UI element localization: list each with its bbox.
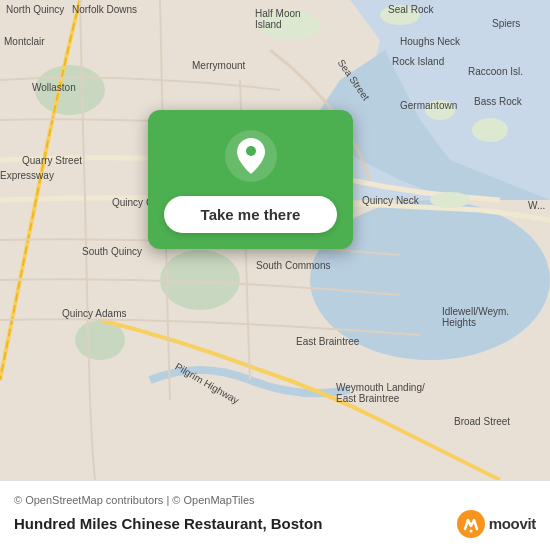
- bottom-bar: © OpenStreetMap contributors | © OpenMap…: [0, 480, 550, 550]
- location-pin-icon: [225, 130, 277, 182]
- popup-card: Take me there: [148, 110, 353, 249]
- moovit-logo: moovit: [457, 510, 536, 538]
- svg-point-7: [35, 65, 105, 115]
- moovit-icon: [457, 510, 485, 538]
- restaurant-name: Hundred Miles Chinese Restaurant: [14, 515, 262, 532]
- svg-point-10: [260, 10, 320, 40]
- city-name: Boston: [271, 515, 323, 532]
- svg-point-16: [246, 146, 256, 156]
- svg-point-13: [472, 118, 508, 142]
- take-me-there-button[interactable]: Take me there: [164, 196, 337, 233]
- moovit-label: moovit: [489, 515, 536, 532]
- svg-point-18: [469, 529, 472, 532]
- map-container: North Quincy Norfolk Downs Half MoonIsla…: [0, 0, 550, 480]
- map-attribution: © OpenStreetMap contributors | © OpenMap…: [14, 494, 536, 506]
- svg-point-14: [430, 192, 470, 208]
- svg-point-11: [380, 5, 420, 25]
- svg-point-12: [425, 100, 455, 120]
- place-name: Hundred Miles Chinese Restaurant, Boston: [14, 515, 322, 532]
